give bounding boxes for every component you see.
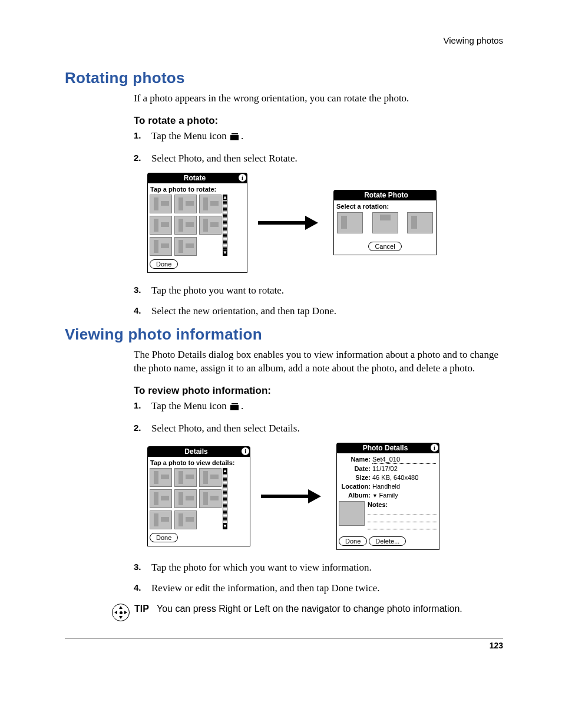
photo-preview	[339, 501, 365, 526]
photo-thumbnail[interactable]	[199, 216, 222, 235]
rotation-option[interactable]	[337, 212, 363, 233]
dialog-sub: Select a rotation:	[336, 202, 434, 212]
step-text-post: .	[241, 400, 243, 411]
flow-arrow-icon	[261, 489, 326, 503]
pd-label-date: Date:	[340, 465, 372, 473]
photo-thumbnail[interactable]	[150, 489, 172, 508]
step-text-pre: Tap the Menu icon	[151, 130, 229, 141]
menu-icon	[230, 130, 240, 144]
page: Viewing photos Rotating photos If a phot…	[0, 0, 562, 728]
photo-thumbnail[interactable]	[174, 237, 197, 256]
notes-line[interactable]	[368, 522, 437, 529]
photo-thumbnail[interactable]	[150, 468, 172, 487]
step-text: Select Photo, and then select Details.	[151, 423, 300, 434]
photo-thumbnail[interactable]	[199, 468, 222, 487]
info-icon[interactable]: i	[431, 444, 438, 452]
step-text-post: .	[241, 130, 243, 141]
scroll-track[interactable]	[223, 474, 227, 523]
tip-label: TIP	[134, 604, 149, 614]
done-button[interactable]: Done	[150, 533, 178, 542]
dialog-titlebar: Photo Details i	[336, 443, 439, 453]
pd-label-album: Album:	[340, 492, 372, 499]
done-button[interactable]: Done	[150, 259, 178, 269]
pd-value-date: 11/17/02	[372, 465, 436, 473]
step-number: 1.	[134, 129, 141, 141]
rotation-option[interactable]	[407, 212, 433, 233]
pd-label-location: Location:	[340, 483, 372, 490]
pd-value-location: Handheld	[372, 483, 436, 490]
photo-thumbnail[interactable]	[174, 489, 197, 508]
notes-line[interactable]	[368, 508, 437, 515]
cancel-button[interactable]: Cancel	[368, 242, 401, 251]
dialog-titlebar: Rotate i	[147, 173, 247, 183]
step-number: 2.	[134, 151, 141, 164]
dialog-title: Details	[184, 447, 207, 456]
step-text: Review or edit the information, and then…	[151, 582, 380, 594]
rotating-steps-cont: 3. Tap the photo you want to rotate. 4. …	[134, 284, 503, 319]
photo-thumbnail[interactable]	[150, 510, 172, 529]
viewing-step-4: 4. Review or edit the information, and t…	[151, 581, 503, 595]
scrollbar[interactable]: ▲ ▼	[223, 195, 227, 256]
photo-thumbnail[interactable]	[174, 510, 197, 529]
pd-label-size: Size:	[340, 474, 372, 482]
scroll-up-arrow-icon[interactable]: ▲	[223, 195, 227, 200]
dialog-titlebar: Rotate Photo	[333, 190, 437, 200]
photo-thumbnail[interactable]	[150, 237, 172, 256]
step-text-pre: Tap the Menu icon	[151, 400, 229, 411]
step-text: Tap the photo you want to rotate.	[151, 285, 284, 296]
viewing-subhead: To review photo information:	[134, 385, 503, 397]
thumbnail-grid	[150, 468, 222, 529]
photo-thumbnail[interactable]	[150, 195, 172, 213]
dialog-body: Select a rotation: Cancel	[333, 200, 437, 255]
step-text: Select the new orientation, and then tap…	[151, 305, 336, 317]
photo-thumbnail[interactable]	[150, 216, 172, 235]
rotation-option[interactable]	[372, 212, 398, 233]
viewing-intro: The Photo Details dialog box enables you…	[134, 348, 503, 375]
rotating-subhead: To rotate a photo:	[134, 115, 503, 127]
rotating-step-2: 2. Select Photo, and then select Rotate.	[151, 151, 503, 166]
figure-row-details: Details i Tap a photo to view details:	[147, 443, 503, 550]
page-number: 123	[490, 641, 503, 650]
tip-text: You can press Right or Left on the navig…	[157, 604, 462, 614]
scroll-down-arrow-icon[interactable]: ▼	[223, 250, 227, 256]
page-footer: 123	[65, 638, 503, 650]
dialog-body: Name: Set4_010 Date: 11/17/02 Size: 46 K…	[336, 453, 439, 550]
details-dialog: Details i Tap a photo to view details:	[147, 446, 250, 546]
dialog-body: Tap a photo to rotate: ▲	[147, 183, 247, 273]
step-number: 2.	[134, 421, 141, 434]
viewing-step-3: 3. Tap the photo for which you want to v…	[151, 561, 503, 575]
rotating-step-3: 3. Tap the photo you want to rotate.	[151, 284, 503, 298]
pd-value-album[interactable]: Family	[372, 492, 436, 499]
scroll-track[interactable]	[223, 200, 227, 250]
photo-thumbnail[interactable]	[174, 195, 197, 213]
running-head: Viewing photos	[65, 35, 503, 45]
scroll-down-arrow-icon[interactable]: ▼	[223, 523, 227, 529]
pd-label-name: Name:	[340, 456, 372, 464]
figure-row-rotate: Rotate i Tap a photo to rotate:	[147, 173, 503, 273]
done-button[interactable]: Done	[339, 536, 367, 546]
photo-thumbnail[interactable]	[174, 468, 197, 487]
scrollbar[interactable]: ▲ ▼	[223, 468, 227, 529]
tip: TIP You can press Right or Left on the n…	[112, 604, 503, 621]
scroll-up-arrow-icon[interactable]: ▲	[223, 468, 227, 474]
rotating-step-4: 4. Select the new orientation, and then …	[151, 304, 503, 318]
photo-thumbnail[interactable]	[174, 216, 197, 235]
menu-icon	[230, 400, 240, 414]
delete-button[interactable]: Delete...	[369, 536, 406, 546]
rotating-step-1: 1. Tap the Menu icon .	[151, 129, 503, 144]
step-number: 1.	[134, 399, 141, 411]
rotate-photo-dialog: Rotate Photo Select a rotation: Cancel	[333, 190, 437, 255]
photo-thumbnail[interactable]	[199, 195, 222, 213]
pd-value-name[interactable]: Set4_010	[372, 456, 436, 464]
step-text: Tap the photo for which you want to view…	[151, 562, 372, 573]
photo-thumbnail[interactable]	[199, 489, 222, 508]
viewing-steps-cont: 3. Tap the photo for which you want to v…	[134, 561, 503, 596]
photo-details-dialog: Photo Details i Name: Set4_010 Date: 11/…	[336, 443, 439, 550]
dialog-sub: Tap a photo to view details:	[150, 459, 248, 468]
thumbnail-grid	[150, 195, 222, 256]
step-text: Select Photo, and then select Rotate.	[151, 153, 297, 164]
info-icon[interactable]: i	[239, 174, 246, 182]
info-icon[interactable]: i	[242, 447, 249, 455]
notes-line[interactable]	[368, 515, 437, 522]
step-number: 4.	[134, 581, 141, 594]
